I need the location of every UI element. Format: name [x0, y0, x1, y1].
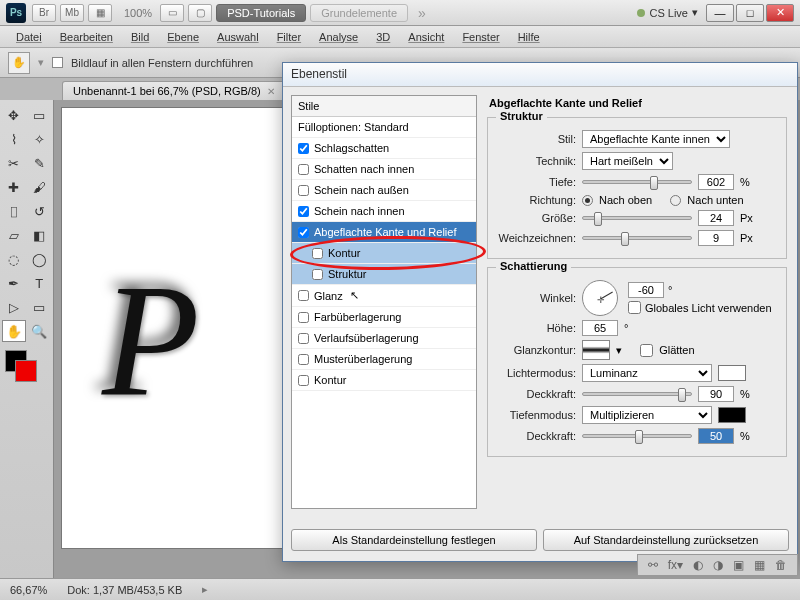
gloss-contour-picker[interactable]	[582, 340, 610, 360]
brush-tool[interactable]: 🖌	[28, 176, 52, 198]
size-input[interactable]	[698, 210, 734, 226]
menu-ansicht[interactable]: Ansicht	[400, 29, 452, 45]
viewextra-button[interactable]: ▦	[88, 4, 112, 22]
style-inner-glow[interactable]: Schein nach innen	[292, 201, 476, 222]
background-swatch[interactable]	[15, 360, 37, 382]
type-tool[interactable]: T	[28, 272, 52, 294]
menu-bearbeiten[interactable]: Bearbeiten	[52, 29, 121, 45]
fill-options-row[interactable]: Fülloptionen: Standard	[292, 117, 476, 138]
heal-tool[interactable]: ✚	[2, 176, 26, 198]
link-icon[interactable]: ⚯	[648, 558, 658, 572]
dir-down-radio[interactable]	[670, 195, 681, 206]
fx-icon[interactable]: fx▾	[668, 558, 683, 572]
zoom-readout[interactable]: 100%	[124, 7, 152, 19]
gradient-tool[interactable]: ◧	[28, 224, 52, 246]
menu-auswahl[interactable]: Auswahl	[209, 29, 267, 45]
shadow-opacity-input[interactable]	[698, 428, 734, 444]
global-light-checkbox[interactable]	[628, 301, 641, 314]
menu-ebene[interactable]: Ebene	[159, 29, 207, 45]
depth-input[interactable]	[698, 174, 734, 190]
style-select[interactable]: Abgeflachte Kante innen	[582, 130, 730, 148]
style-bevel-texture[interactable]: Struktur	[292, 264, 476, 285]
style-gradient-overlay[interactable]: Verlaufsüberlagerung	[292, 328, 476, 349]
crop-tool[interactable]: ✂	[2, 152, 26, 174]
style-bevel[interactable]: Abgeflachte Kante und Relief	[292, 222, 476, 243]
style-outer-glow[interactable]: Schein nach außen	[292, 180, 476, 201]
technique-select[interactable]: Hart meißeln	[582, 152, 673, 170]
menu-filter[interactable]: Filter	[269, 29, 309, 45]
style-stroke[interactable]: Kontur	[292, 370, 476, 391]
path-tool[interactable]: ▷	[2, 296, 26, 318]
workspace-more-icon[interactable]: »	[418, 5, 426, 21]
dir-up-radio[interactable]	[582, 195, 593, 206]
lasso-tool[interactable]: ⌇	[2, 128, 26, 150]
menu-datei[interactable]: Datei	[8, 29, 50, 45]
angle-input[interactable]	[628, 282, 664, 298]
style-pattern-overlay[interactable]: Musterüberlagerung	[292, 349, 476, 370]
workspace-active[interactable]: PSD-Tutorials	[216, 4, 306, 22]
menu-fenster[interactable]: Fenster	[454, 29, 507, 45]
folder-icon[interactable]: ▣	[733, 558, 744, 572]
shadow-mode-select[interactable]: Multiplizieren	[582, 406, 712, 424]
highlight-opacity-slider[interactable]	[582, 392, 692, 396]
angle-dial[interactable]: ✛	[582, 280, 618, 316]
style-list-header[interactable]: Stile	[292, 96, 476, 117]
move-tool[interactable]: ✥	[2, 104, 26, 126]
shadow-opacity-slider[interactable]	[582, 434, 692, 438]
history-brush-tool[interactable]: ↺	[28, 200, 52, 222]
highlight-mode-select[interactable]: Luminanz	[582, 364, 712, 382]
color-swatches[interactable]	[2, 350, 51, 390]
soften-slider[interactable]	[582, 236, 692, 240]
screenmode-button[interactable]: ▢	[188, 4, 212, 22]
size-slider[interactable]	[582, 216, 692, 220]
bridge-button[interactable]: Br	[32, 4, 56, 22]
style-drop-shadow[interactable]: Schlagschatten	[292, 138, 476, 159]
style-satin[interactable]: Glanz↖	[292, 285, 476, 307]
wand-tool[interactable]: ✧	[28, 128, 52, 150]
make-default-button[interactable]: Als Standardeinstellung festlegen	[291, 529, 537, 551]
menu-3d[interactable]: 3D	[368, 29, 398, 45]
mask-icon[interactable]: ◐	[693, 558, 703, 572]
trash-icon[interactable]: 🗑	[775, 558, 787, 572]
soften-input[interactable]	[698, 230, 734, 246]
altitude-input[interactable]	[582, 320, 618, 336]
menu-hilfe[interactable]: Hilfe	[510, 29, 548, 45]
antialias-checkbox[interactable]	[640, 344, 653, 357]
status-docsize[interactable]: Dok: 1,37 MB/453,5 KB	[67, 584, 182, 596]
reset-default-button[interactable]: Auf Standardeinstellung zurücksetzen	[543, 529, 789, 551]
marquee-tool[interactable]: ▭	[28, 104, 52, 126]
new-layer-icon[interactable]: ▦	[754, 558, 765, 572]
menu-analyse[interactable]: Analyse	[311, 29, 366, 45]
depth-slider[interactable]	[582, 180, 692, 184]
pen-tool[interactable]: ✒	[2, 272, 26, 294]
stamp-tool[interactable]: ⌷	[2, 200, 26, 222]
scroll-all-checkbox[interactable]	[52, 57, 63, 68]
shape-tool[interactable]: ▭	[28, 296, 52, 318]
window-maximize[interactable]: □	[736, 4, 764, 22]
hand-tool-icon[interactable]: ✋	[8, 52, 30, 74]
hand-tool[interactable]: ✋	[2, 320, 26, 342]
style-color-overlay[interactable]: Farbüberlagerung	[292, 307, 476, 328]
adjustment-icon[interactable]: ◑	[713, 558, 723, 572]
arrange-button[interactable]: ▭	[160, 4, 184, 22]
window-minimize[interactable]: —	[706, 4, 734, 22]
highlight-color[interactable]	[718, 365, 746, 381]
zoom-tool[interactable]: 🔍	[28, 320, 52, 342]
dodge-tool[interactable]: ◯	[28, 248, 52, 270]
workspace-other[interactable]: Grundelemente	[310, 4, 408, 22]
window-close[interactable]: ✕	[766, 4, 794, 22]
minibridge-button[interactable]: Mb	[60, 4, 84, 22]
close-doc-icon[interactable]: ✕	[267, 86, 275, 97]
highlight-opacity-input[interactable]	[698, 386, 734, 402]
menu-bild[interactable]: Bild	[123, 29, 157, 45]
status-zoom[interactable]: 66,67%	[10, 584, 47, 596]
cslive-menu[interactable]: CS Live▾	[637, 6, 698, 19]
shadow-color[interactable]	[718, 407, 746, 423]
app-logo: Ps	[6, 3, 26, 23]
eyedropper-tool[interactable]: ✎	[28, 152, 52, 174]
eraser-tool[interactable]: ▱	[2, 224, 26, 246]
style-inner-shadow[interactable]: Schatten nach innen	[292, 159, 476, 180]
blur-tool[interactable]: ◌	[2, 248, 26, 270]
document-tab[interactable]: Unbenannt-1 bei 66,7% (PSD, RGB/8) ✕	[62, 81, 286, 100]
style-bevel-contour[interactable]: Kontur	[292, 243, 476, 264]
